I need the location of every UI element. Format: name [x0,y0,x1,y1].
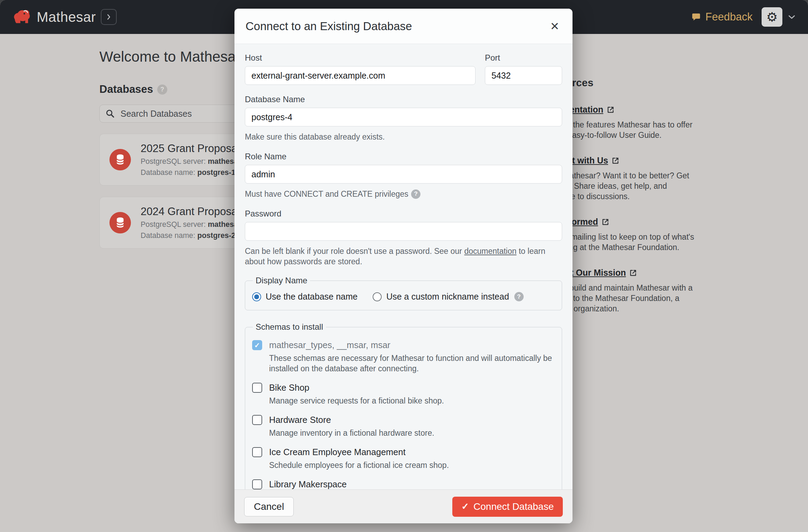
schemas-legend: Schemas to install [253,322,326,332]
external-link-icon [629,269,637,277]
mathesar-logo-icon [12,8,31,26]
radio-unselected-icon[interactable] [373,292,382,301]
help-icon[interactable]: ? [514,292,524,301]
checkbox-icon[interactable] [252,479,262,489]
speech-bubble-icon [691,12,701,22]
modal-body: Host Port Database Name Make sure this d… [234,44,572,489]
database-name-label: Database Name [245,95,562,104]
schema-description: Manage inventory in a fictional hardware… [269,428,555,438]
help-icon[interactable]: ? [411,189,420,199]
role-name-help: Must have CONNECT and CREATE privileges … [245,189,562,199]
schema-item-hardware-store: Hardware Store Manage inventory in a fic… [252,415,555,438]
brand[interactable]: Mathesar [12,8,96,26]
external-link-icon [607,106,614,114]
external-link-icon [602,218,609,226]
port-label: Port [485,53,562,63]
schema-item-ice-cream: Ice Cream Employee Management Schedule e… [252,447,555,470]
role-name-label: Role Name [245,152,562,161]
database-name-help: Make sure this database already exists. [245,132,562,142]
close-icon[interactable]: ✕ [548,20,561,32]
app-screen: Mathesar Feedback ⚙ [0,0,808,532]
radio-selected-icon[interactable] [252,292,261,301]
radio-use-database-name[interactable]: Use the database name [252,292,357,302]
modal-title: Connect to an Existing Database [246,20,412,33]
port-input[interactable] [485,66,562,85]
schema-item-internal: mathesar_types, __msar, msar These schem… [252,340,555,374]
schema-description: Manage service requests for a fictional … [269,396,555,406]
connect-database-modal: Connect to an Existing Database ✕ Host P… [234,9,572,523]
chevron-down-icon[interactable] [787,12,796,21]
chevron-right-icon [105,13,113,21]
host-input[interactable] [245,66,476,85]
documentation-inline-link[interactable]: documentation [464,247,516,256]
help-icon[interactable]: ? [157,85,167,95]
display-name-fieldset: Display Name Use the database name Use a… [245,276,562,310]
settings-button[interactable]: ⚙ [762,7,782,27]
schema-item-library-makerspace: Library Makerspace Track jobs and equipm… [252,479,555,489]
password-help: Can be left blank if your role doesn't u… [245,246,562,267]
external-link-icon [612,157,619,165]
check-icon: ✓ [461,501,469,512]
brand-title: Mathesar [37,9,96,25]
modal-footer: Cancel ✓ Connect Database [234,489,572,523]
schema-description: These schemas are necessary for Mathesar… [269,353,555,374]
database-icon [109,212,131,233]
radio-use-custom-nickname[interactable]: Use a custom nickname instead ? [373,292,523,302]
search-icon [105,109,115,118]
database-name-input[interactable] [245,108,562,126]
cancel-button[interactable]: Cancel [244,497,294,516]
checkbox-icon[interactable] [252,383,262,393]
schema-description: Schedule employees for a fictional ice c… [269,460,555,470]
checkbox-icon[interactable] [252,447,262,457]
role-name-input[interactable] [245,165,562,184]
schema-item-bike-shop: Bike Shop Manage service requests for a … [252,383,555,406]
feedback-label: Feedback [705,11,753,23]
password-label: Password [245,209,562,219]
host-label: Host [245,53,476,63]
connect-database-button[interactable]: ✓ Connect Database [452,497,563,517]
feedback-button[interactable]: Feedback [691,11,753,23]
expand-nav-button[interactable] [101,9,117,25]
display-name-legend: Display Name [253,276,310,285]
databases-heading: Databases [99,83,153,96]
schemas-fieldset: Schemas to install mathesar_types, __msa… [245,322,562,489]
password-input[interactable] [245,222,562,241]
modal-header: Connect to an Existing Database ✕ [234,9,572,44]
checkbox-icon[interactable] [252,415,262,425]
checkbox-checked-icon [252,340,262,350]
database-icon [109,149,131,170]
gear-icon: ⚙ [766,10,778,25]
